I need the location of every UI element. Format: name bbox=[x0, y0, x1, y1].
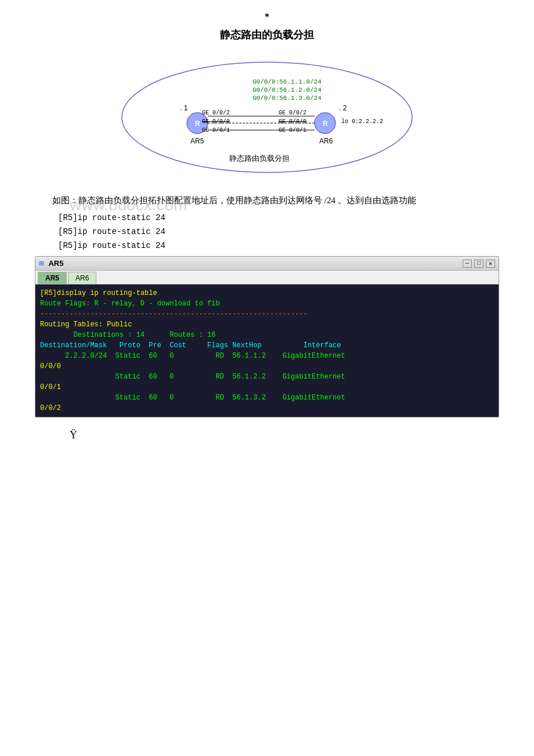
terminal-line: 2.2.2.0/24 Static 60 0 RD 56.1.1.2 Gigab… bbox=[40, 351, 494, 361]
terminal-icon: ⊞ bbox=[39, 258, 44, 268]
svg-text:GE 0/0/2: GE 0/0/2 bbox=[279, 110, 306, 116]
terminal-line: ----------------------------------------… bbox=[40, 309, 494, 319]
svg-text:静态路由负载分担: 静态路由负载分担 bbox=[229, 154, 290, 163]
terminal-line: [R5]display ip routing-table bbox=[40, 288, 494, 298]
terminal-line: Static 60 0 RD 56.1.3.2 GigabitEthernet bbox=[40, 393, 494, 403]
terminal-tabs: AR5 AR6 bbox=[35, 271, 499, 285]
svg-text:lo 0:2.2.2.2: lo 0:2.2.2.2 bbox=[341, 118, 383, 125]
minimize-button[interactable]: — bbox=[463, 260, 472, 268]
terminal-line: 0/0/2 bbox=[40, 403, 494, 413]
code-line-3: [R5]ip route-static 24 bbox=[58, 241, 499, 250]
terminal-window-title: AR5 bbox=[48, 259, 458, 268]
terminal-titlebar: ⊞ AR5 — □ ✕ bbox=[35, 257, 499, 271]
svg-text:AR6: AR6 bbox=[319, 137, 333, 145]
terminal-line: Route Flags: R - relay, D - download to … bbox=[40, 298, 494, 309]
tab-ar5[interactable]: AR5 bbox=[38, 272, 67, 284]
terminal-line: Destination/Mask Proto Pre Cost Flags Ne… bbox=[40, 340, 494, 351]
svg-text:GE 0/0/0: GE 0/0/0 bbox=[202, 118, 230, 125]
terminal-line: Static 60 0 RD 56.1.2.2 GigabitEthernet bbox=[40, 372, 494, 382]
footer-symbol: Ÿ bbox=[70, 429, 499, 441]
tab-ar6[interactable]: AR6 bbox=[68, 272, 96, 284]
network-diagram: G0/0/0:56.1.1.0/24 G0/0/0:56.1.2.0/24 G0… bbox=[35, 53, 499, 181]
svg-text:G0/0/0:56.1.1.0/24: G0/0/0:56.1.1.0/24 bbox=[252, 78, 322, 85]
terminal-body[interactable]: [R5]display ip routing-tableRoute Flags:… bbox=[35, 285, 499, 417]
description-paragraph: 如图：静态路由负载分担拓扑图配置地址后，使用静态路由到达网络号 /24 。达到自… bbox=[35, 193, 499, 208]
page-asterisk: * bbox=[35, 12, 499, 22]
terminal-controls: — □ ✕ bbox=[463, 260, 495, 268]
svg-text:G0/0/0:56.1.3.0/24: G0/0/0:56.1.3.0/24 bbox=[252, 95, 322, 102]
code-line-2: [R5]ip route-static 24 bbox=[58, 227, 499, 236]
svg-text:GE 0/0/2: GE 0/0/2 bbox=[202, 110, 230, 116]
terminal-window: ⊞ AR5 — □ ✕ AR5 AR6 [R5]display ip routi… bbox=[35, 256, 499, 417]
svg-text:R: R bbox=[195, 120, 200, 128]
terminal-line: Destinations : 14 Routes : 16 bbox=[40, 330, 494, 340]
svg-text:. 2: . 2 bbox=[339, 104, 347, 112]
svg-text:. 1: . 1 bbox=[180, 104, 188, 112]
svg-text:R: R bbox=[323, 120, 328, 128]
svg-text:AR5: AR5 bbox=[190, 137, 204, 145]
close-button[interactable]: ✕ bbox=[486, 260, 495, 268]
page-title: 静态路由的负载分担 bbox=[35, 28, 499, 42]
terminal-line: Routing Tables: Public bbox=[40, 319, 494, 330]
code-line-1: [R5]ip route-static 24 bbox=[58, 213, 499, 222]
svg-text:GE 0/0/0: GE 0/0/0 bbox=[279, 118, 306, 125]
terminal-line: 0/0/0 bbox=[40, 361, 494, 372]
terminal-line: 0/0/1 bbox=[40, 382, 494, 393]
restore-button[interactable]: □ bbox=[474, 260, 484, 268]
svg-text:G0/0/0:56.1.2.0/24: G0/0/0:56.1.2.0/24 bbox=[252, 87, 322, 93]
